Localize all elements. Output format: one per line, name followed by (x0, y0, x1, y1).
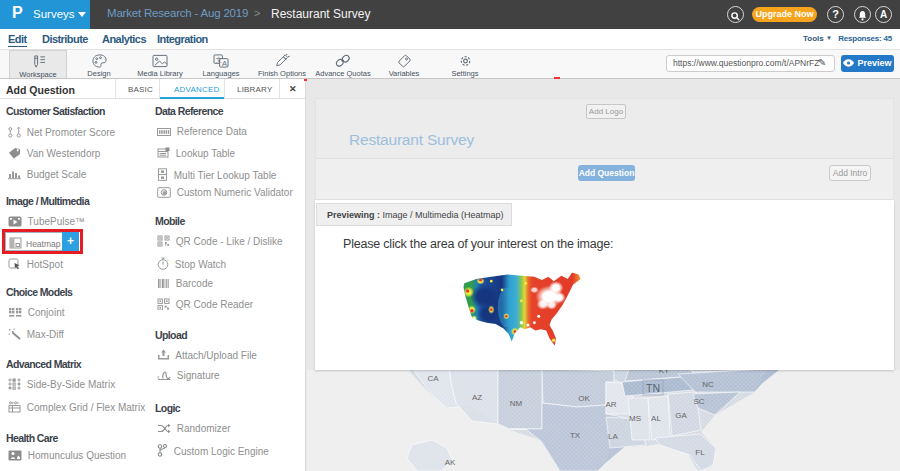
svg-text:SC: SC (693, 397, 704, 406)
svg-text:AZ: AZ (472, 393, 482, 402)
svg-text:x: x (157, 374, 160, 380)
svg-text:AL: AL (651, 414, 661, 423)
svg-text:TX: TX (570, 431, 581, 440)
svg-text:OK: OK (578, 394, 590, 403)
svg-text:LA: LA (608, 432, 618, 441)
svg-text:KY: KY (659, 370, 670, 375)
svg-text:MS: MS (629, 414, 641, 423)
svg-text:A: A (222, 59, 227, 68)
svg-text:AR: AR (605, 400, 616, 409)
svg-text:FL: FL (695, 448, 705, 457)
svg-text:NC: NC (702, 380, 714, 389)
svg-text:✱: ✱ (162, 190, 167, 196)
svg-text:NM: NM (510, 399, 523, 408)
svg-text:CA: CA (427, 374, 439, 383)
svg-text:AK: AK (445, 458, 456, 467)
svg-text:TN: TN (646, 382, 660, 394)
svg-text:GA: GA (675, 411, 687, 420)
